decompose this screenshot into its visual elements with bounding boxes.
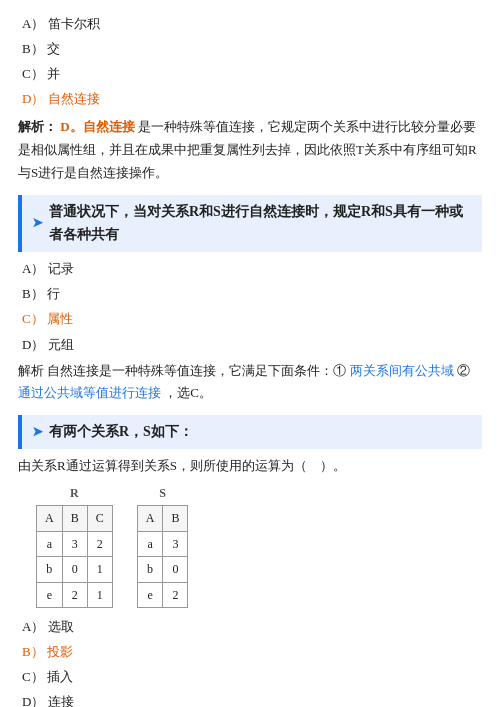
table-row: b 0: [137, 557, 188, 582]
table-row: a 3 2: [37, 531, 113, 556]
subsection-header-1: ➤ 普通状况下，当对关系R和S进行自然连接时，规定R和S具有一种或者各种共有: [18, 195, 482, 253]
option-text: 笛卡尔积: [48, 16, 100, 31]
analysis-prefix: 自然连接是一种特殊等值连接，它满足下面条件：①: [47, 363, 346, 378]
option-text: 自然连接: [48, 91, 100, 106]
option-label: B）: [22, 41, 44, 56]
option3-B: B） 投影: [18, 641, 482, 663]
option-label: A）: [22, 16, 44, 31]
table-S: A B a 3 b 0 e 2: [137, 505, 189, 608]
option-text: 元组: [48, 337, 74, 352]
table-row: b 0 1: [37, 557, 113, 582]
analysis-block-2: 解析 自然连接是一种特殊等值连接，它满足下面条件：① 两关系间有公共域 ② 通过…: [18, 360, 482, 406]
option-text: 交: [47, 41, 60, 56]
table-S-wrap: S A B a 3 b 0 e 2: [137, 483, 189, 608]
col-header-A: A: [37, 506, 63, 531]
analysis-answer: D。自然连接: [60, 119, 134, 134]
option-label: A）: [22, 619, 44, 634]
option-label: D）: [22, 337, 44, 352]
analysis-label-2: 解析: [18, 363, 44, 378]
col-header-C: C: [87, 506, 112, 531]
options-block-1: A） 笛卡尔积 B） 交 C） 并 D） 自然连接: [18, 13, 482, 110]
col-header-A2: A: [137, 506, 163, 531]
options-block-3: A） 选取 B） 投影 C） 插入 D） 连接: [18, 616, 482, 707]
table-R: A B C a 3 2 b 0 1 e 2: [36, 505, 113, 608]
analysis-highlight2: 通过公共域等值进行连接: [18, 385, 161, 400]
analysis-suffix: ，选C。: [164, 385, 212, 400]
option-label: B）: [22, 644, 44, 659]
option-label: D）: [22, 91, 44, 106]
option3-A: A） 选取: [18, 616, 482, 638]
table-row: e 2: [137, 582, 188, 607]
option-A: A） 笛卡尔积: [18, 13, 482, 35]
option2-C: C） 属性: [18, 308, 482, 330]
option3-C: C） 插入: [18, 666, 482, 688]
option-text: 选取: [48, 619, 74, 634]
arrow-icon-2: ➤: [32, 421, 43, 443]
option-label: C）: [22, 311, 44, 326]
analysis-label: 解析：: [18, 119, 57, 134]
option3-D: D） 连接: [18, 691, 482, 707]
option-label: D）: [22, 694, 44, 707]
table-S-label: S: [159, 483, 166, 503]
option-text: 属性: [47, 311, 73, 326]
table-R-label: R: [70, 483, 79, 503]
option-text: 记录: [48, 261, 74, 276]
option2-B: B） 行: [18, 283, 482, 305]
option2-A: A） 记录: [18, 258, 482, 280]
option-text: 连接: [48, 694, 74, 707]
option-label: A）: [22, 261, 44, 276]
analysis-block-1: 解析： D。自然连接 是一种特殊等值连接，它规定两个关系中进行比较分量必要是相似…: [18, 116, 482, 184]
option-C: C） 并: [18, 63, 482, 85]
question-text: 由关系R通过运算得到关系S，则所使用的运算为（ ）。: [18, 455, 482, 477]
option-label: C）: [22, 66, 44, 81]
option-B: B） 交: [18, 38, 482, 60]
analysis-highlight1: 两关系间有公共域: [350, 363, 454, 378]
subsection-title: 普通状况下，当对关系R和S进行自然连接时，规定R和S具有一种或者各种共有: [49, 200, 472, 248]
table-row: e 2 1: [37, 582, 113, 607]
table-R-wrap: R A B C a 3 2 b 0 1: [36, 483, 113, 608]
options-block-2: A） 记录 B） 行 C） 属性 D） 元组: [18, 258, 482, 355]
option-D: D） 自然连接: [18, 88, 482, 110]
option-text: 行: [47, 286, 60, 301]
arrow-icon: ➤: [32, 212, 43, 234]
main-section-header: ➤ 有两个关系R，S如下：: [18, 415, 482, 449]
analysis-middle: ②: [457, 363, 470, 378]
option-label: B）: [22, 286, 44, 301]
tables-container: R A B C a 3 2 b 0 1: [36, 483, 482, 608]
option-text: 投影: [47, 644, 73, 659]
col-header-B: B: [62, 506, 87, 531]
option2-D: D） 元组: [18, 334, 482, 356]
col-header-B2: B: [163, 506, 188, 531]
table-row: a 3: [137, 531, 188, 556]
main-section-title: 有两个关系R，S如下：: [49, 420, 193, 444]
option-text: 并: [47, 66, 60, 81]
option-label: C）: [22, 669, 44, 684]
option-text: 插入: [47, 669, 73, 684]
